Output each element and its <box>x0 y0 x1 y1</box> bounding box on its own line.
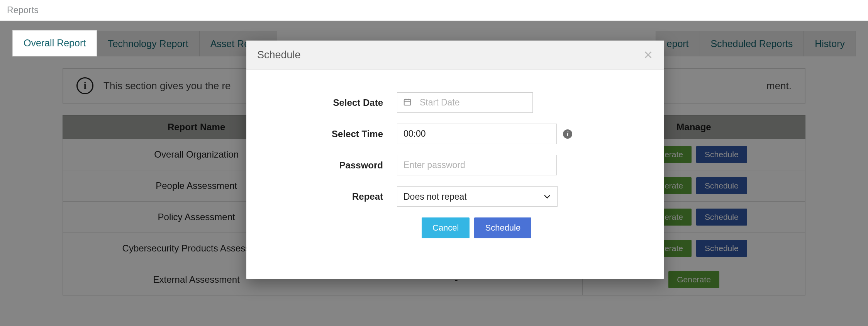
info-tooltip-icon[interactable]: i <box>563 129 572 139</box>
breadcrumb-reports: Reports <box>7 5 39 15</box>
label-repeat: Repeat <box>270 191 397 202</box>
label-select-date: Select Date <box>270 97 397 108</box>
calendar-icon <box>403 98 412 108</box>
field-select-time: Select Time i <box>270 124 641 144</box>
close-icon[interactable]: ✕ <box>643 49 653 61</box>
tab-label: Overall Report <box>24 37 86 48</box>
topbar: Reports <box>0 0 868 21</box>
schedule-modal: Schedule ✕ Select Date <box>246 41 664 279</box>
field-repeat: Repeat Does not repeat <box>270 186 641 207</box>
modal-header: Schedule ✕ <box>246 41 664 70</box>
modal-footer: Cancel Schedule <box>270 217 641 238</box>
svg-rect-0 <box>404 99 411 105</box>
modal-body: Select Date Select Time <box>246 70 664 279</box>
field-password: Password <box>270 155 641 175</box>
tab-overall-report[interactable]: Overall Report <box>12 30 97 56</box>
time-input[interactable] <box>397 124 557 144</box>
schedule-button-label: Schedule <box>485 223 520 233</box>
start-date-input[interactable] <box>397 92 533 113</box>
field-select-date: Select Date <box>270 92 641 113</box>
repeat-select[interactable]: Does not repeat <box>397 186 558 207</box>
password-input[interactable] <box>397 155 557 175</box>
schedule-button[interactable]: Schedule <box>474 217 531 238</box>
cancel-button-label: Cancel <box>432 223 459 233</box>
label-select-time: Select Time <box>270 129 397 139</box>
label-password: Password <box>270 160 397 171</box>
modal-title: Schedule <box>257 49 301 61</box>
cancel-button[interactable]: Cancel <box>422 217 470 238</box>
